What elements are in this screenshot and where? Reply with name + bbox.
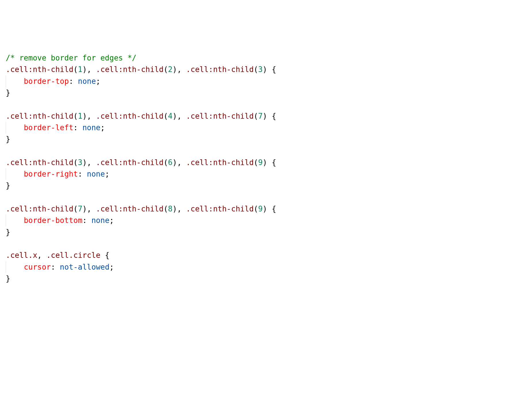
code-line: .cell:nth-child(7), .cell:nth-child(8), …	[6, 203, 520, 215]
brace: }	[6, 135, 10, 143]
property: border-right	[24, 170, 78, 178]
code-line: .cell.x, .cell.circle {	[6, 249, 520, 261]
brace: }	[6, 274, 10, 283]
code-line: }	[6, 133, 520, 145]
brace: }	[6, 228, 10, 237]
value: not-allowed	[60, 263, 109, 271]
code-editor[interactable]: /* remove border for edges */.cell:nth-c…	[6, 52, 520, 284]
code-line: .cell:nth-child(3), .cell:nth-child(6), …	[6, 157, 520, 168]
property: border-left	[24, 123, 73, 132]
code-line: cursor: not-allowed;	[6, 261, 520, 273]
code-line: .cell:nth-child(1), .cell:nth-child(2), …	[6, 64, 520, 75]
blank-line	[6, 145, 520, 157]
property: border-top	[24, 77, 69, 86]
code-line: }	[6, 226, 520, 238]
brace: }	[6, 181, 10, 190]
blank-line	[6, 192, 520, 203]
brace: }	[6, 88, 10, 97]
code-line: border-right: none;	[6, 168, 520, 180]
code-line: .cell:nth-child(1), .cell:nth-child(4), …	[6, 110, 520, 122]
code-line: }	[6, 87, 520, 99]
code-line: /* remove border for edges */	[6, 52, 520, 64]
code-line: }	[6, 273, 520, 284]
property: cursor	[24, 263, 51, 271]
code-line: border-top: none;	[6, 75, 520, 87]
value: none	[78, 77, 96, 86]
blank-line	[6, 99, 520, 110]
code-line: }	[6, 180, 520, 191]
property: border-bottom	[24, 216, 83, 225]
comment: /* remove border for edges */	[6, 54, 136, 62]
value: none	[91, 216, 109, 225]
code-line: border-bottom: none;	[6, 215, 520, 226]
blank-line	[6, 238, 520, 249]
value: none	[87, 170, 105, 178]
value: none	[82, 123, 100, 132]
code-line: border-left: none;	[6, 122, 520, 133]
